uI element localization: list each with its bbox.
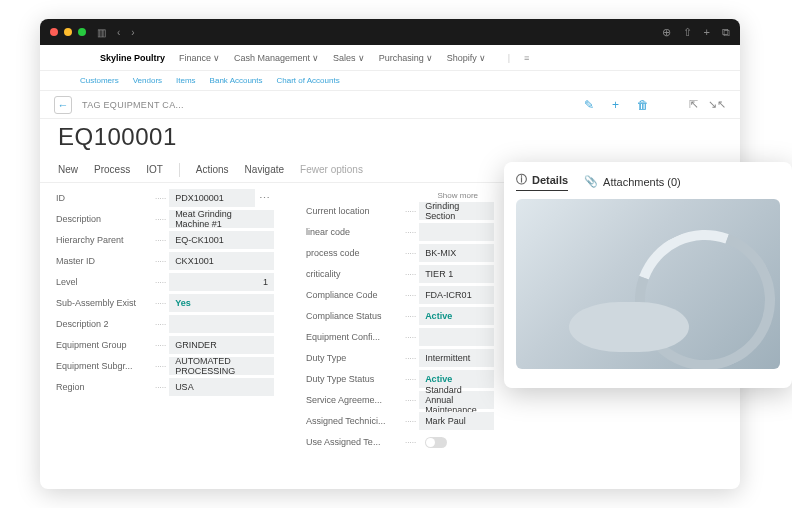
field-dots: ·····: [155, 341, 166, 350]
field-row: process code·····BK-MIX: [306, 244, 494, 262]
equipment-image: [516, 199, 780, 369]
add-tab-icon[interactable]: +: [704, 26, 710, 39]
menu-sales[interactable]: Sales∨: [333, 53, 365, 63]
field-value[interactable]: 1: [169, 273, 274, 291]
field-dots: ·····: [405, 354, 416, 363]
toggle[interactable]: [425, 437, 447, 448]
field-row: Description·····Meat Grinding Machine #1: [56, 210, 274, 228]
popout-icon[interactable]: ⇱: [689, 98, 698, 111]
field-row: criticality·····TIER 1: [306, 265, 494, 283]
minimize-icon[interactable]: [64, 28, 72, 36]
field-dots: ·····: [155, 257, 166, 266]
tab-actions[interactable]: Actions: [196, 164, 229, 175]
field-value[interactable]: Yes: [169, 294, 274, 312]
field-dots: ·····: [155, 320, 166, 329]
field-label: ID: [56, 193, 152, 203]
field-dots: ·····: [405, 312, 416, 321]
new-icon[interactable]: +: [612, 98, 619, 112]
delete-icon[interactable]: 🗑: [637, 98, 649, 112]
field-value[interactable]: FDA-ICR01: [419, 286, 494, 304]
menu-finance[interactable]: Finance∨: [179, 53, 220, 63]
sidebar-icon[interactable]: ▥: [97, 27, 106, 38]
tab-iot[interactable]: IOT: [146, 164, 163, 175]
field-value[interactable]: Grinding Section: [419, 202, 494, 220]
field-row: Region·····USA: [56, 378, 274, 396]
field-dots: ·····: [155, 383, 166, 392]
tab-navigate[interactable]: Navigate: [245, 164, 284, 175]
field-value[interactable]: PDX100001: [169, 189, 255, 207]
field-row: Equipment Group·····GRINDER: [56, 336, 274, 354]
field-value[interactable]: USA: [169, 378, 274, 396]
back-icon[interactable]: ‹: [117, 27, 120, 38]
submenu-customers[interactable]: Customers: [80, 76, 119, 85]
field-label: Compliance Code: [306, 290, 402, 300]
field-label: criticality: [306, 269, 402, 279]
field-value[interactable]: [419, 433, 494, 451]
tab-details[interactable]: ⓘDetails: [516, 172, 568, 191]
collapse-icon[interactable]: ↘↖: [708, 98, 726, 111]
field-label: Assigned Technici...: [306, 416, 402, 426]
field-row: Equipment Subgr...·····AUTOMATED PROCESS…: [56, 357, 274, 375]
tab-attachments[interactable]: 📎Attachments (0): [584, 175, 681, 188]
field-label: Current location: [306, 206, 402, 216]
details-card: ⓘDetails 📎Attachments (0): [504, 162, 792, 388]
field-label: Equipment Group: [56, 340, 152, 350]
field-row: Hierarchy Parent·····EQ-CK1001: [56, 231, 274, 249]
edit-icon[interactable]: ✎: [584, 98, 594, 112]
tabs-icon[interactable]: ⧉: [722, 26, 730, 39]
field-dots: ·····: [405, 228, 416, 237]
maximize-icon[interactable]: [78, 28, 86, 36]
titlebar: ▥ ‹ › ⊕ ⇧ + ⧉: [40, 19, 740, 45]
field-value[interactable]: EQ-CK1001: [169, 231, 274, 249]
field-dots: ·····: [405, 291, 416, 300]
field-value[interactable]: Mark Paul: [419, 412, 494, 430]
field-dots: ·····: [405, 375, 416, 384]
field-label: Service Agreeme...: [306, 395, 402, 405]
field-value[interactable]: Standard Annual Maintenance: [419, 391, 494, 409]
menu-cash[interactable]: Cash Management∨: [234, 53, 319, 63]
field-dots: ·····: [155, 299, 166, 308]
field-value[interactable]: Active: [419, 307, 494, 325]
field-value[interactable]: AUTOMATED PROCESSING: [169, 357, 274, 375]
menu-more-icon[interactable]: ≡: [524, 53, 529, 63]
brand[interactable]: Skyline Poultry: [100, 53, 165, 63]
back-button[interactable]: ←: [54, 96, 72, 114]
field-value[interactable]: GRINDER: [169, 336, 274, 354]
download-icon[interactable]: ⊕: [662, 26, 671, 39]
submenu-vendors[interactable]: Vendors: [133, 76, 162, 85]
field-label: Sub-Assembly Exist: [56, 298, 152, 308]
field-value[interactable]: [419, 328, 494, 346]
field-value[interactable]: BK-MIX: [419, 244, 494, 262]
field-row: Master ID·····CKX1001: [56, 252, 274, 270]
field-value[interactable]: Meat Grinding Machine #1: [169, 210, 274, 228]
forward-icon[interactable]: ›: [131, 27, 134, 38]
submenu-items[interactable]: Items: [176, 76, 196, 85]
field-value[interactable]: TIER 1: [419, 265, 494, 283]
field-value[interactable]: CKX1001: [169, 252, 274, 270]
share-icon[interactable]: ⇧: [683, 26, 692, 39]
tab-process[interactable]: Process: [94, 164, 130, 175]
menu-purchasing[interactable]: Purchasing∨: [379, 53, 433, 63]
field-label: Duty Type Status: [306, 374, 402, 384]
field-label: Use Assigned Te...: [306, 437, 402, 447]
field-label: Equipment Confi...: [306, 332, 402, 342]
field-value[interactable]: Intermittent: [419, 349, 494, 367]
tab-new[interactable]: New: [58, 164, 78, 175]
field-row: Sub-Assembly Exist·····Yes: [56, 294, 274, 312]
menu-shopify[interactable]: Shopify∨: [447, 53, 486, 63]
field-dots: ·····: [155, 278, 166, 287]
field-dots: ·····: [405, 438, 416, 447]
field-label: Description: [56, 214, 152, 224]
more-icon[interactable]: ⋯: [255, 192, 274, 205]
field-row: Current location·····Grinding Section: [306, 202, 494, 220]
fewer-options[interactable]: Fewer options: [300, 164, 363, 175]
field-value[interactable]: [169, 315, 274, 333]
field-label: Compliance Status: [306, 311, 402, 321]
breadcrumb: TAG EQUIPMENT CA...: [82, 100, 184, 110]
field-dots: ·····: [155, 194, 166, 203]
submenu-coa[interactable]: Chart of Accounts: [277, 76, 340, 85]
close-icon[interactable]: [50, 28, 58, 36]
field-dots: ·····: [405, 207, 416, 216]
submenu-bank[interactable]: Bank Accounts: [210, 76, 263, 85]
field-value[interactable]: [419, 223, 494, 241]
